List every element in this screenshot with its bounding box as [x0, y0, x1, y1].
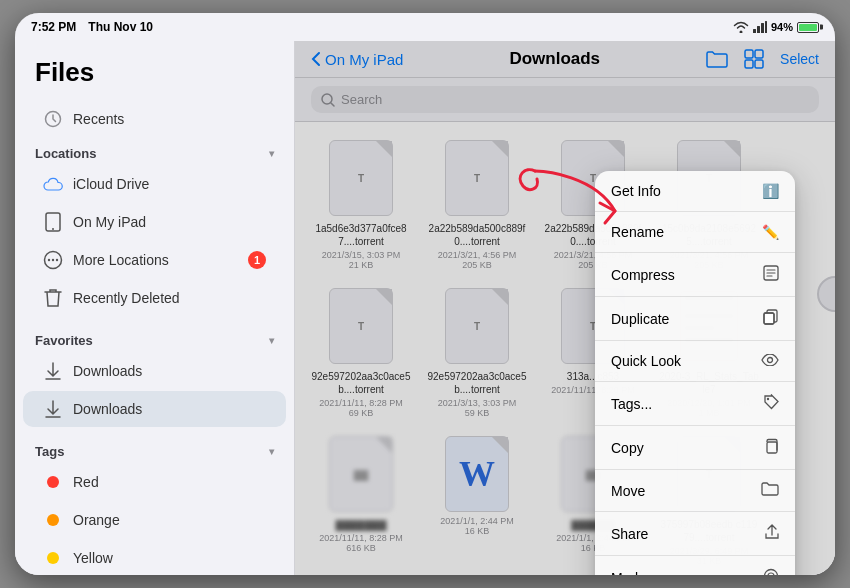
icloud-icon [43, 174, 63, 194]
tablet-icon [43, 212, 63, 232]
red-dot-icon [47, 476, 59, 488]
menu-item-compress[interactable]: Compress [595, 253, 795, 297]
sidebar-tag-orange[interactable]: Orange [23, 502, 286, 538]
orange-dot-icon [47, 514, 59, 526]
svg-point-9 [52, 259, 54, 261]
trash-icon [43, 288, 63, 308]
svg-rect-22 [767, 442, 777, 453]
menu-item-duplicate[interactable]: Duplicate [595, 297, 795, 341]
svg-rect-0 [753, 29, 756, 33]
more-locations-badge: 1 [248, 251, 266, 269]
svg-point-20 [768, 358, 773, 363]
sidebar-title: Files [15, 53, 294, 100]
compress-label: Compress [611, 267, 675, 283]
sidebar-item-more-locations[interactable]: More Locations 1 [23, 242, 286, 278]
battery-label: 94% [771, 21, 793, 33]
date-label: Thu Nov 10 [88, 20, 153, 34]
duplicate-label: Duplicate [611, 311, 669, 327]
svg-point-23 [765, 570, 778, 576]
svg-point-10 [56, 259, 58, 261]
markup-label: Markup [611, 570, 658, 576]
svg-point-8 [48, 259, 50, 261]
battery-icon [797, 22, 819, 33]
ellipsis-circle-icon [43, 250, 63, 270]
copy-label: Copy [611, 440, 644, 456]
sidebar-icloud-label: iCloud Drive [73, 176, 266, 192]
sidebar-item-downloads-1[interactable]: Downloads [23, 353, 286, 389]
menu-item-markup[interactable]: Markup [595, 556, 795, 575]
locations-section-label: Locations ▾ [15, 138, 294, 165]
sidebar-item-ipad[interactable]: On My iPad [23, 204, 286, 240]
tag-red-label: Red [73, 474, 266, 490]
svg-rect-1 [757, 26, 760, 33]
download-icon-2 [43, 399, 63, 419]
sidebar: Files Recents Locations ▾ iCloud Drive [15, 41, 295, 575]
signal-icon [753, 21, 767, 33]
menu-item-share[interactable]: Share [595, 512, 795, 556]
sidebar-more-locations-label: More Locations [73, 252, 238, 268]
sidebar-tag-red[interactable]: Red [23, 464, 286, 500]
sidebar-downloads-1-label: Downloads [73, 363, 266, 379]
eye-icon [761, 353, 779, 369]
quick-look-label: Quick Look [611, 353, 681, 369]
menu-item-rename[interactable]: Rename ✏️ [595, 212, 795, 253]
main-area: On My iPad Downloads Select [295, 41, 835, 575]
pencil-icon: ✏️ [762, 224, 779, 240]
tags-section-label: Tags ▾ [15, 436, 294, 463]
folder-icon [761, 482, 779, 499]
svg-point-6 [52, 228, 54, 230]
download-icon-1 [43, 361, 63, 381]
time-label: 7:52 PM [31, 20, 76, 34]
info-icon: ℹ️ [762, 183, 779, 199]
tag-orange-label: Orange [73, 512, 266, 528]
svg-rect-18 [764, 313, 774, 324]
sidebar-ipad-label: On My iPad [73, 214, 266, 230]
menu-item-get-info[interactable]: Get Info ℹ️ [595, 171, 795, 212]
tag-yellow-label: Yellow [73, 550, 266, 566]
status-bar: 7:52 PM Thu Nov 10 94% [15, 13, 835, 41]
duplicate-icon [763, 309, 779, 328]
status-right: 94% [733, 21, 819, 33]
wifi-icon [733, 21, 749, 33]
sidebar-recently-deleted-label: Recently Deleted [73, 290, 266, 306]
sidebar-tag-yellow[interactable]: Yellow [23, 540, 286, 575]
sidebar-item-recents-label: Recents [73, 111, 266, 127]
menu-item-move[interactable]: Move [595, 470, 795, 512]
copy-icon [763, 438, 779, 457]
clock-icon [43, 109, 63, 129]
menu-item-copy[interactable]: Copy [595, 426, 795, 470]
favorites-section-label: Favorites ▾ [15, 325, 294, 352]
sidebar-item-recently-deleted[interactable]: Recently Deleted [23, 280, 286, 316]
yellow-dot-icon [47, 552, 59, 564]
move-label: Move [611, 483, 645, 499]
sidebar-item-recents[interactable]: Recents [23, 101, 286, 137]
svg-point-21 [767, 398, 769, 400]
sidebar-item-icloud[interactable]: iCloud Drive [23, 166, 286, 202]
locations-chevron-icon[interactable]: ▾ [269, 148, 274, 159]
svg-rect-2 [761, 23, 764, 33]
share-label: Share [611, 526, 648, 542]
menu-item-quick-look[interactable]: Quick Look [595, 341, 795, 382]
favorites-chevron-icon[interactable]: ▾ [269, 335, 274, 346]
svg-rect-3 [765, 21, 767, 33]
context-menu: Get Info ℹ️ Rename ✏️ Compress Duplicate [595, 171, 795, 575]
compress-icon [763, 265, 779, 284]
share-icon [765, 524, 779, 543]
sidebar-downloads-2-label: Downloads [73, 401, 266, 417]
get-info-label: Get Info [611, 183, 661, 199]
markup-icon [763, 568, 779, 575]
tags-label: Tags... [611, 396, 652, 412]
status-time: 7:52 PM Thu Nov 10 [31, 20, 153, 34]
sidebar-item-downloads-2[interactable]: Downloads [23, 391, 286, 427]
tag-icon [763, 394, 779, 413]
rename-label: Rename [611, 224, 664, 240]
tags-chevron-icon[interactable]: ▾ [269, 446, 274, 457]
menu-item-tags[interactable]: Tags... [595, 382, 795, 426]
